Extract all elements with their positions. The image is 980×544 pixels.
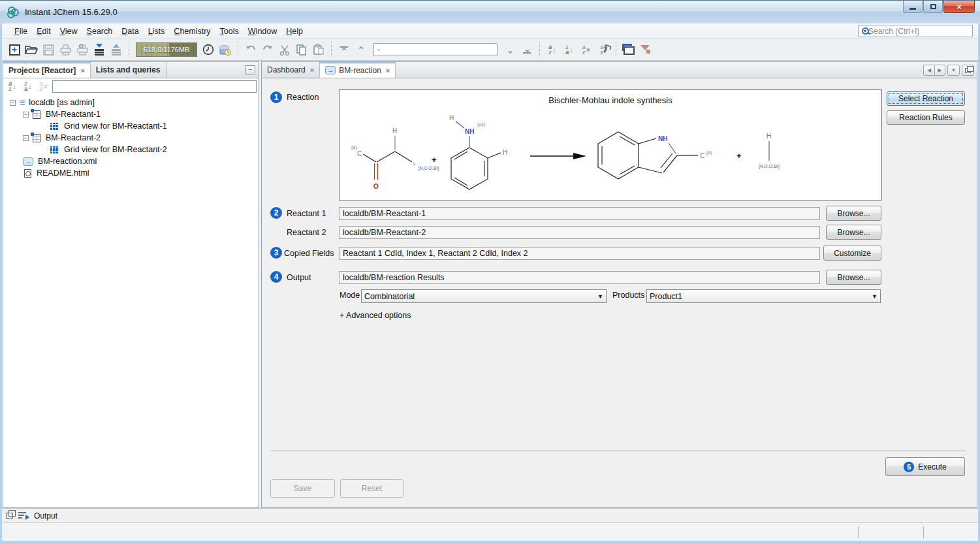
reactant2-field[interactable] — [339, 226, 820, 239]
select-reaction-button[interactable]: Select Reaction — [887, 91, 965, 106]
products-select[interactable]: Product1 ▼ — [646, 289, 881, 303]
menu-window[interactable]: Window — [244, 25, 281, 38]
tree-sort-descending-icon: za↓ — [24, 81, 32, 91]
paste-button[interactable] — [310, 41, 327, 58]
scheduled-tasks-button[interactable] — [217, 41, 234, 58]
tab-bm-reaction[interactable]: → BM-reaction × — [320, 62, 396, 78]
new-button[interactable]: + — [6, 41, 23, 58]
panel-minimize-button[interactable]: − — [245, 65, 255, 74]
reactant1-browse-button[interactable]: Browse... — [826, 206, 881, 221]
memory-indicator[interactable]: 618,0/1176MB — [136, 42, 197, 57]
undo-button[interactable] — [242, 41, 259, 58]
tree-item-localdb[interactable]: − ≡ localdb [as admin] — [3, 97, 259, 108]
new-view-button[interactable] — [620, 41, 637, 58]
advanced-options-toggle[interactable]: + Advanced options — [340, 311, 411, 320]
tree-sort-descending-button[interactable]: za↓ — [21, 80, 35, 92]
print-preview-icon — [76, 44, 89, 56]
tree-item-grid-view-1[interactable]: Grid view for BM-Reactant-1 — [3, 120, 259, 132]
collapse-icon[interactable]: − — [23, 135, 29, 141]
restore-window-group-icon[interactable] — [6, 513, 13, 519]
tree-filter-row: az↓ za↓ az× — [3, 78, 259, 94]
status-cell — [858, 526, 923, 538]
tab-dashboard-close-icon[interactable]: × — [310, 66, 314, 74]
tree-item-readme-html[interactable]: README.html — [3, 167, 259, 179]
menu-tools[interactable]: Tools — [215, 25, 244, 38]
menu-lists[interactable]: Lists — [144, 25, 170, 38]
tab-projects[interactable]: Projects [Reactor] × — [3, 62, 91, 78]
record-selector[interactable]: - — [373, 43, 498, 56]
cut-button[interactable] — [276, 41, 293, 58]
tab-list-dropdown-button[interactable]: ▼ — [947, 65, 960, 76]
redo-button[interactable] — [259, 41, 276, 58]
tree-remove-sort-button[interactable]: az× — [37, 80, 51, 92]
sort-descending-button[interactable]: za↓ — [561, 41, 578, 58]
collapse-icon[interactable]: − — [23, 112, 29, 118]
open-button[interactable] — [23, 41, 40, 58]
menu-file[interactable]: File — [10, 25, 32, 38]
save-button[interactable]: Save — [270, 479, 335, 498]
print-preview-button[interactable] — [74, 41, 91, 58]
reactant2-browse-button[interactable]: Browse... — [826, 225, 881, 240]
atom-c-label: C — [700, 152, 704, 159]
status-cell — [923, 526, 978, 538]
tab-projects-close-icon[interactable]: × — [80, 67, 84, 74]
project-tree: − ≡ localdb [as admin] − BM-Reactant-1 G… — [3, 94, 259, 507]
output-browse-button[interactable]: Browse... — [826, 270, 881, 285]
import-button[interactable] — [91, 41, 108, 58]
sort-ascending-button[interactable]: az↓ — [544, 41, 561, 58]
divider — [270, 451, 966, 451]
close-button[interactable]: × — [943, 1, 975, 13]
menubar: File Edit View Search Data Lists Chemist… — [2, 24, 978, 39]
reset-button[interactable]: Reset — [340, 479, 403, 498]
first-record-button[interactable]: ⌃ — [336, 41, 353, 58]
tree-item-label: Grid view for BM-Reactant-1 — [64, 121, 167, 131]
scroll-tabs-right-button[interactable]: ▶ — [934, 65, 945, 76]
reactant1-field[interactable] — [339, 207, 820, 220]
search-input[interactable] — [868, 27, 970, 36]
copy-button[interactable] — [293, 41, 310, 58]
tree-item-grid-view-2[interactable]: Grid view for BM-Reactant-2 — [3, 144, 259, 155]
export-button[interactable] — [108, 41, 125, 58]
print-button[interactable] — [57, 41, 74, 58]
mode-select[interactable]: Combinatorial ▼ — [361, 289, 607, 303]
collapse-icon[interactable]: − — [10, 100, 16, 106]
reaction-scheme-box[interactable]: Bischler-Mohlau indole synthesis (a) C O… — [339, 89, 882, 200]
maximize-view-button[interactable] — [962, 65, 974, 76]
menu-edit[interactable]: Edit — [32, 25, 55, 38]
output-field[interactable] — [339, 271, 820, 284]
reaction-rules-button[interactable]: Reaction Rules — [887, 110, 965, 125]
filter-button[interactable] — [637, 41, 654, 58]
menu-data[interactable]: Data — [117, 25, 143, 38]
garbage-collect-button[interactable] — [200, 41, 217, 58]
tab-dashboard[interactable]: Dashboard × — [262, 62, 320, 78]
tree-item-bm-reaction-xml[interactable]: → BM-reaction.xml — [3, 155, 259, 167]
tree-item-label: localdb [as admin] — [29, 98, 95, 107]
customize-button[interactable]: Customize — [823, 246, 881, 261]
tree-filter-input[interactable] — [52, 80, 257, 93]
next-record-button[interactable]: ⌃ — [501, 41, 518, 58]
tree-item-label: BM-Reactant-1 — [46, 110, 101, 119]
scroll-tabs-left-button[interactable]: ◀ — [923, 65, 934, 76]
menu-view[interactable]: View — [55, 25, 82, 38]
maximize-button[interactable] — [923, 1, 943, 13]
minimize-button[interactable] — [903, 1, 923, 13]
tree-item-bm-reactant-2[interactable]: − BM-Reactant-2 — [3, 132, 259, 144]
output-window-label[interactable]: Output — [34, 511, 57, 520]
save-button[interactable] — [40, 41, 57, 58]
menu-help[interactable]: Help — [281, 25, 308, 38]
tree-sort-ascending-button[interactable]: az↓ — [5, 80, 20, 92]
atom-nh-label: NH — [465, 128, 474, 135]
tab-lists-queries[interactable]: Lists and queries — [91, 62, 166, 78]
tab-bm-reaction-close-icon[interactable]: × — [386, 67, 390, 74]
menu-search[interactable]: Search — [82, 25, 118, 38]
remove-sort-button[interactable]: az× — [578, 41, 595, 58]
tree-item-bm-reactant-1[interactable]: − BM-Reactant-1 — [3, 108, 259, 120]
atom-h-label: H — [392, 127, 397, 135]
copied-fields-field[interactable] — [339, 247, 820, 260]
minimize-icon — [909, 8, 916, 10]
menu-chemistry[interactable]: Chemistry — [169, 25, 215, 38]
previous-record-button[interactable]: ⌃ — [353, 41, 370, 58]
execute-button[interactable]: 5 Execute — [885, 457, 965, 476]
last-record-button[interactable]: ⌃ — [518, 41, 535, 58]
custom-sort-button[interactable]: az — [595, 41, 612, 58]
